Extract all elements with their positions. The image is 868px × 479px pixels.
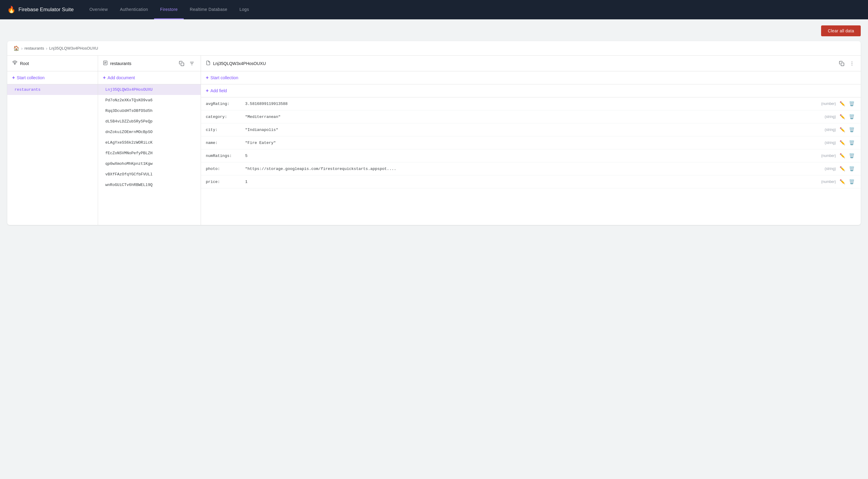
field-key-city: city:	[206, 128, 245, 132]
field-type-avgrating: (number)	[821, 102, 836, 106]
document-file-icon	[206, 60, 211, 67]
brand-title: Firebase Emulator Suite	[19, 7, 73, 13]
field-value-avgrating: 3.5816899119913588	[245, 102, 821, 106]
nav-link-realtime-database[interactable]: Realtime Database	[184, 0, 234, 19]
svg-point-11	[851, 63, 852, 64]
root-column: Root + Start collection restaurants	[7, 56, 98, 225]
collection-list-item-6[interactable]: fEcZoNSVMNoPefyPBLZH	[98, 148, 200, 159]
edit-numratings-button[interactable]: ✏️	[838, 152, 846, 159]
field-key-price: price:	[206, 180, 245, 184]
home-icon[interactable]: 🏠	[13, 45, 19, 51]
field-row-name: name: "Fire Eatery" (string) ✏️ 🗑️	[201, 136, 861, 149]
document-column-title: Lnj35QLQW3x4PHosOUXU	[213, 61, 835, 66]
collection-list-item-3[interactable]: dL5B4vLDZZubSRy5PeQp	[98, 116, 200, 127]
copy-collection-button[interactable]	[178, 60, 186, 67]
top-action-bar: Clear all data	[7, 25, 861, 36]
nav-links: Overview Authentication Firestore Realti…	[83, 0, 255, 19]
top-navigation: 🔥 Firebase Emulator Suite Overview Authe…	[0, 0, 868, 19]
nav-link-logs[interactable]: Logs	[234, 0, 255, 19]
add-field-label: Add field	[210, 88, 227, 93]
edit-city-button[interactable]: ✏️	[838, 127, 846, 133]
plus-icon-doc: +	[103, 75, 105, 80]
collection-column-title: restaurants	[110, 61, 175, 66]
content-area: Clear all data 🏠 › restaurants › Lnj35QL…	[0, 19, 868, 479]
add-field-button[interactable]: + Add field	[201, 84, 861, 97]
breadcrumb-doc-id[interactable]: Lnj35QLQW3x4PHosOUXU	[49, 46, 98, 50]
delete-price-button[interactable]: 🗑️	[848, 178, 856, 185]
plus-icon-field: +	[206, 88, 209, 94]
delete-avgrating-button[interactable]: 🗑️	[848, 100, 856, 107]
filter-collection-button[interactable]	[188, 60, 196, 67]
field-type-city: (string)	[825, 128, 836, 132]
root-column-header: Root	[7, 56, 98, 71]
field-actions-city: ✏️ 🗑️	[838, 127, 856, 133]
root-wifi-icon	[12, 60, 18, 67]
clear-all-button[interactable]: Clear all data	[821, 25, 861, 36]
field-type-photo: (string)	[825, 167, 836, 171]
field-row-city: city: "Indianapolis" (string) ✏️ 🗑️	[201, 124, 861, 136]
collection-list-item-9[interactable]: wnRoGUiCTv6hRBWELl9Q	[98, 180, 200, 190]
svg-rect-9	[841, 63, 844, 66]
delete-name-button[interactable]: 🗑️	[848, 139, 856, 146]
delete-category-button[interactable]: 🗑️	[848, 113, 856, 120]
delete-numratings-button[interactable]: 🗑️	[848, 152, 856, 159]
collection-list-item-8[interactable]: vBXfFAzOfqYGCfbFVULl	[98, 169, 200, 180]
field-key-category: category:	[206, 114, 245, 119]
field-value-category: "Mediterranean"	[245, 114, 825, 119]
collection-list-item-2[interactable]: Rqq3DcuUdHTsOBfOSd5h	[98, 106, 200, 116]
edit-price-button[interactable]: ✏️	[838, 178, 846, 185]
svg-point-0	[14, 64, 15, 64]
field-row-price: price: 1 (number) ✏️ 🗑️	[201, 175, 861, 189]
edit-photo-button[interactable]: ✏️	[838, 165, 846, 172]
collection-list-item-5[interactable]: eLAgYxeSS6k2zWORiLcK	[98, 137, 200, 148]
field-actions-numratings: ✏️ 🗑️	[838, 152, 856, 159]
field-type-price: (number)	[821, 180, 836, 184]
add-document-label: Add document	[107, 75, 135, 80]
svg-rect-5	[181, 63, 184, 66]
field-type-numratings: (number)	[821, 153, 836, 158]
field-actions-photo: ✏️ 🗑️	[838, 165, 856, 172]
field-key-avgrating: avgRating:	[206, 102, 245, 106]
collection-list-item-4[interactable]: dnZokuiZOEmrnMOcBpSO	[98, 127, 200, 137]
copy-document-button[interactable]	[838, 60, 846, 67]
start-collection-button-doc[interactable]: + Start collection	[201, 71, 861, 84]
field-value-name: "Fire Eatery"	[245, 141, 825, 145]
field-value-numratings: 5	[245, 153, 821, 158]
delete-city-button[interactable]: 🗑️	[848, 127, 856, 133]
edit-category-button[interactable]: ✏️	[838, 113, 846, 120]
collection-list-item-0[interactable]: Lnj35QLQW3x4PHosOUXU	[98, 84, 200, 95]
flame-icon: 🔥	[7, 6, 16, 13]
nav-link-overview[interactable]: Overview	[83, 0, 114, 19]
delete-photo-button[interactable]: 🗑️	[848, 165, 856, 172]
root-list-item-restaurants[interactable]: restaurants	[7, 84, 98, 95]
collection-list-item-7[interactable]: qp0wXmohoMhKpnzt1Kgw	[98, 159, 200, 169]
field-actions-category: ✏️ 🗑️	[838, 113, 856, 120]
more-document-button[interactable]	[848, 60, 856, 67]
field-type-category: (string)	[825, 114, 836, 119]
svg-point-10	[851, 61, 852, 62]
nav-link-authentication[interactable]: Authentication	[114, 0, 154, 19]
field-row-photo: photo: "https://storage.googleapis.com/f…	[201, 162, 861, 175]
field-row-avrating: avgRating: 3.5816899119913588 (number) ✏…	[201, 97, 861, 110]
svg-point-12	[851, 65, 852, 65]
breadcrumb-sep-1: ›	[21, 46, 23, 51]
collection-column: restaurants	[98, 56, 201, 225]
start-collection-label-root: Start collection	[17, 75, 44, 80]
plus-icon-root: +	[12, 75, 15, 80]
field-type-name: (string)	[825, 141, 836, 145]
edit-name-button[interactable]: ✏️	[838, 139, 846, 146]
collection-doc-icon	[103, 60, 108, 67]
plus-icon-collection: +	[206, 75, 209, 80]
field-actions-name: ✏️ 🗑️	[838, 139, 856, 146]
firestore-panel: 🏠 › restaurants › Lnj35QLQW3x4PHosOUXU	[7, 41, 861, 225]
edit-avgrating-button[interactable]: ✏️	[838, 100, 846, 107]
start-collection-label-doc: Start collection	[210, 75, 238, 80]
field-actions-avgrating: ✏️ 🗑️	[838, 100, 856, 107]
breadcrumb-restaurants[interactable]: restaurants	[25, 46, 44, 50]
start-collection-button-root[interactable]: + Start collection	[7, 71, 98, 84]
brand: 🔥 Firebase Emulator Suite	[7, 6, 73, 13]
field-value-photo: "https://storage.googleapis.com/firestor…	[245, 167, 825, 171]
add-document-button[interactable]: + Add document	[98, 71, 200, 84]
nav-link-firestore[interactable]: Firestore	[154, 0, 184, 19]
collection-list-item-1[interactable]: Pd7oNz2eXKxTQsKO9va6	[98, 95, 200, 106]
